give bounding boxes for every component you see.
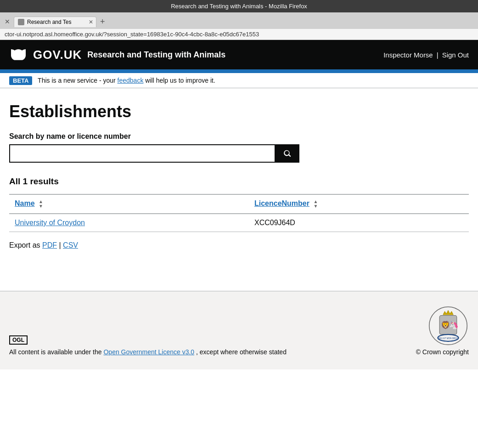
titlebar-text: Research and Testing with Animals - Mozi…: [171, 3, 307, 10]
beta-message-before: This is a new service - your: [38, 77, 116, 84]
search-input[interactable]: [9, 144, 276, 163]
main-content: Establishments Search by name or licence…: [0, 88, 478, 272]
beta-banner: BETA This is a new service - your feedba…: [0, 73, 478, 88]
footer-licence: All content is available under the Open …: [9, 348, 287, 356]
licence-link[interactable]: Open Government Licence v3.0: [103, 348, 194, 356]
export-separator: |: [59, 241, 61, 249]
new-tab-button[interactable]: +: [96, 16, 109, 28]
crown-copyright-logo: 🦁 🦄 DIEU ET MON DROIT: [427, 305, 469, 346]
govuk-footer: OGL All content is available under the O…: [0, 291, 478, 369]
tab-label: Research and Tes: [27, 19, 72, 25]
browser-tab[interactable]: Research and Tes ✕: [14, 17, 96, 27]
export-csv-link[interactable]: CSV: [63, 241, 78, 249]
tab-close-button[interactable]: ✕: [89, 19, 93, 25]
app-title: Research and Testing with Animals: [87, 50, 225, 60]
header-separator: |: [437, 51, 439, 59]
svg-text:🦄: 🦄: [449, 320, 459, 330]
sign-out-link[interactable]: Sign Out: [442, 51, 469, 59]
header-left: GOV.UK Research and Testing with Animals: [9, 45, 225, 64]
browser-tabs: ✕ Research and Tes ✕ +: [0, 12, 478, 29]
govuk-blue-bar: [0, 69, 478, 73]
table-header-row: Name ▲▼ LicenceNumber ▲▼: [9, 194, 469, 214]
address-text: ctor-ui.notprod.asl.homeoffice.gov.uk/?s…: [5, 31, 259, 38]
table-row: University of CroydonXCC09J64D: [9, 214, 469, 232]
licence-text-before: All content is available under the: [9, 348, 102, 356]
beta-tag: BETA: [9, 76, 32, 85]
sort-icons-name: ▲▼: [39, 199, 43, 209]
govuk-header: GOV.UK Research and Testing with Animals…: [0, 40, 478, 69]
column-licence-sort-link[interactable]: LicenceNumber: [254, 199, 309, 207]
footer-inner: OGL All content is available under the O…: [9, 305, 469, 356]
browser-titlebar: Research and Testing with Animals - Mozi…: [0, 0, 478, 12]
column-name: Name ▲▼: [9, 194, 249, 214]
govuk-logo-text: GOV.UK: [33, 48, 82, 62]
establishment-name-link[interactable]: University of Croydon: [15, 219, 85, 227]
crown-logo: [9, 45, 28, 64]
export-label: Export as: [9, 241, 40, 249]
search-label: Search by name or licence number: [9, 132, 469, 141]
footer-left: OGL All content is available under the O…: [9, 335, 287, 356]
page-title: Establishments: [9, 102, 469, 121]
export-row: Export as PDF | CSV: [9, 241, 469, 250]
user-name-link[interactable]: Inspector Morse: [383, 51, 433, 59]
results-count: All 1 results: [9, 176, 469, 187]
tab-favicon: [18, 19, 24, 25]
licence-text-after: , except where otherwise stated: [196, 348, 287, 356]
sort-icons-licence: ▲▼: [313, 199, 318, 209]
ogl-logo: OGL: [9, 335, 31, 345]
footer-right: 🦁 🦄 DIEU ET MON DROIT © Crown copyright: [416, 305, 469, 356]
header-nav: Inspector Morse | Sign Out: [383, 51, 469, 59]
cell-name: University of Croydon: [9, 214, 249, 232]
column-name-sort-link[interactable]: Name: [15, 199, 35, 207]
column-licence: LicenceNumber ▲▼: [249, 194, 469, 214]
export-pdf-link[interactable]: PDF: [42, 241, 57, 249]
table-body: University of CroydonXCC09J64D: [9, 214, 469, 232]
beta-message-after: will help us to improve it.: [145, 77, 215, 84]
window-close-button[interactable]: ✕: [2, 16, 13, 27]
search-icon: [283, 149, 292, 158]
feedback-link[interactable]: feedback: [118, 77, 144, 84]
search-row: [9, 144, 469, 163]
copyright-text: © Crown copyright: [416, 348, 469, 356]
cell-licence: XCC09J64D: [249, 214, 469, 232]
ogl-badge: OGL: [9, 335, 28, 345]
results-table: Name ▲▼ LicenceNumber ▲▼ University of C…: [9, 194, 469, 232]
svg-text:DIEU ET MON DROIT: DIEU ET MON DROIT: [438, 337, 459, 340]
search-button[interactable]: [276, 144, 299, 163]
address-bar[interactable]: ctor-ui.notprod.asl.homeoffice.gov.uk/?s…: [0, 29, 478, 40]
table-head: Name ▲▼ LicenceNumber ▲▼: [9, 194, 469, 214]
